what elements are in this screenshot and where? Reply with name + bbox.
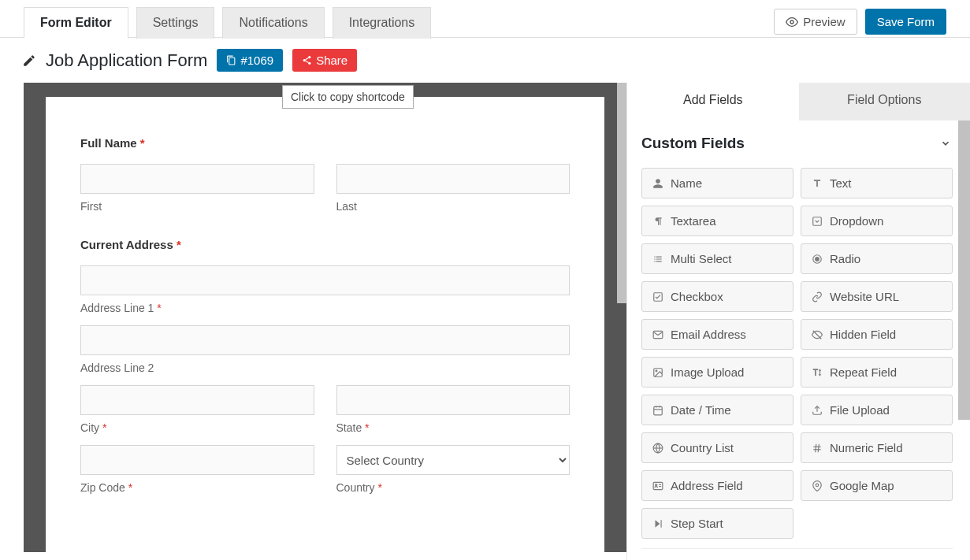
country-select[interactable]: Select Country <box>336 445 570 475</box>
svg-point-3 <box>308 62 310 65</box>
share-icon <box>302 55 312 65</box>
field-country[interactable]: Country List <box>641 432 793 463</box>
preview-button[interactable]: Preview <box>774 9 857 35</box>
field-name[interactable]: Name <box>641 168 793 198</box>
canvas-wrapper: Full Name * First Last Current Address <box>0 83 626 560</box>
field-datetime[interactable]: Date / Time <box>641 395 793 425</box>
main-area: Full Name * First Last Current Address <box>0 83 970 560</box>
tab-notifications[interactable]: Notifications <box>222 7 324 39</box>
svg-point-11 <box>656 370 657 372</box>
last-name-sublabel: Last <box>336 200 570 213</box>
envelope-icon <box>652 328 664 341</box>
last-name-input[interactable] <box>336 164 570 194</box>
tab-settings[interactable]: Settings <box>136 7 215 39</box>
field-map[interactable]: Google Map <box>801 470 953 501</box>
text-height-icon <box>811 366 823 379</box>
svg-rect-12 <box>654 406 663 415</box>
state-input[interactable] <box>336 385 570 415</box>
user-icon <box>652 177 664 190</box>
save-form-button[interactable]: Save Form <box>865 9 946 35</box>
shortcode-badge[interactable]: #1069 <box>217 49 283 72</box>
form-canvas[interactable]: Full Name * First Last Current Address <box>46 97 604 552</box>
top-actions: Preview Save Form <box>774 9 946 35</box>
field-hidden[interactable]: Hidden Field <box>801 319 953 350</box>
hash-icon <box>811 442 823 454</box>
address-line2-input[interactable] <box>80 325 570 355</box>
right-sidebar: Add Fields Field Options Custom Fields N… <box>626 83 970 560</box>
svg-line-22 <box>818 443 819 452</box>
city-input[interactable] <box>80 385 314 415</box>
link-icon <box>811 291 823 303</box>
svg-point-1 <box>308 56 310 58</box>
field-url[interactable]: Website URL <box>801 281 953 312</box>
field-textarea[interactable]: Textarea <box>641 206 793 236</box>
top-tab-bar: Form Editor Settings Notifications Integ… <box>0 0 970 38</box>
chevron-down-icon <box>940 138 951 149</box>
paragraph-icon <box>652 215 664 228</box>
field-dropdown[interactable]: Dropdown <box>801 206 953 236</box>
step-forward-icon <box>652 517 664 530</box>
field-radio[interactable]: Radio <box>801 243 953 274</box>
tab-integrations[interactable]: Integrations <box>333 7 432 39</box>
preview-label: Preview <box>803 15 845 28</box>
edit-title-icon[interactable] <box>22 54 36 68</box>
svg-point-2 <box>303 59 306 61</box>
zip-input[interactable] <box>80 445 314 475</box>
eye-slash-icon <box>811 328 823 341</box>
sidebar-scrollbar[interactable] <box>958 121 970 420</box>
field-text[interactable]: Text <box>801 168 953 198</box>
field-numeric[interactable]: Numeric Field <box>801 432 953 463</box>
address-card-icon <box>652 480 664 492</box>
custom-fields-header[interactable]: Custom Fields <box>641 135 953 157</box>
field-multiselect[interactable]: Multi Select <box>641 243 793 274</box>
shortcode-id: #1069 <box>240 54 273 67</box>
eye-icon <box>786 16 798 28</box>
tab-form-editor[interactable]: Form Editor <box>24 7 128 39</box>
field-step[interactable]: Step Start <box>641 508 793 539</box>
svg-point-6 <box>816 257 819 261</box>
svg-point-27 <box>816 484 819 487</box>
first-name-sublabel: First <box>80 200 314 213</box>
address-label: Current Address * <box>80 238 570 251</box>
address-line1-input[interactable] <box>80 265 570 295</box>
svg-line-21 <box>816 443 816 452</box>
section-others: Others <box>641 549 953 560</box>
full-name-label: Full Name * <box>80 136 570 150</box>
share-button[interactable]: Share <box>292 49 357 72</box>
section-custom-fields: Custom Fields Name Text Textarea Dropdow… <box>641 121 953 549</box>
field-address[interactable]: Address Field <box>641 470 793 501</box>
field-current-address[interactable]: Current Address * Address Line 1 * Addre… <box>80 238 570 494</box>
radio-icon <box>811 253 823 265</box>
field-image[interactable]: Image Upload <box>641 357 793 388</box>
address-line1-sublabel: Address Line 1 * <box>80 302 570 314</box>
custom-fields-grid: Name Text Textarea Dropdown Multi Select… <box>641 157 953 539</box>
page-title: Job Application Form <box>46 50 207 71</box>
field-repeat[interactable]: Repeat Field <box>801 357 953 388</box>
first-name-input[interactable] <box>80 164 314 194</box>
check-square-icon <box>652 291 664 303</box>
svg-point-0 <box>790 20 793 24</box>
canvas-scrollbar[interactable] <box>617 83 626 552</box>
calendar-icon <box>652 404 664 417</box>
title-row: Job Application Form #1069 Share Click t… <box>0 38 970 83</box>
list-icon <box>652 253 664 265</box>
share-label: Share <box>316 54 347 67</box>
copy-icon <box>226 55 236 65</box>
field-file[interactable]: File Upload <box>801 395 953 425</box>
zip-sublabel: Zip Code * <box>80 481 314 494</box>
upload-icon <box>811 404 823 417</box>
shortcode-tooltip: Click to copy shortcode <box>282 85 414 109</box>
city-sublabel: City * <box>80 421 314 434</box>
svg-rect-4 <box>813 217 822 225</box>
tab-add-fields[interactable]: Add Fields <box>627 83 799 121</box>
text-icon <box>811 177 823 190</box>
image-icon <box>652 366 664 379</box>
field-full-name[interactable]: Full Name * First Last <box>80 136 570 213</box>
caret-square-icon <box>811 215 823 228</box>
state-sublabel: State * <box>336 421 570 434</box>
field-email[interactable]: Email Address <box>641 319 793 350</box>
country-sublabel: Country * <box>336 481 570 494</box>
tab-field-options[interactable]: Field Options <box>799 83 971 121</box>
svg-point-24 <box>656 484 657 485</box>
field-checkbox[interactable]: Checkbox <box>641 281 793 312</box>
